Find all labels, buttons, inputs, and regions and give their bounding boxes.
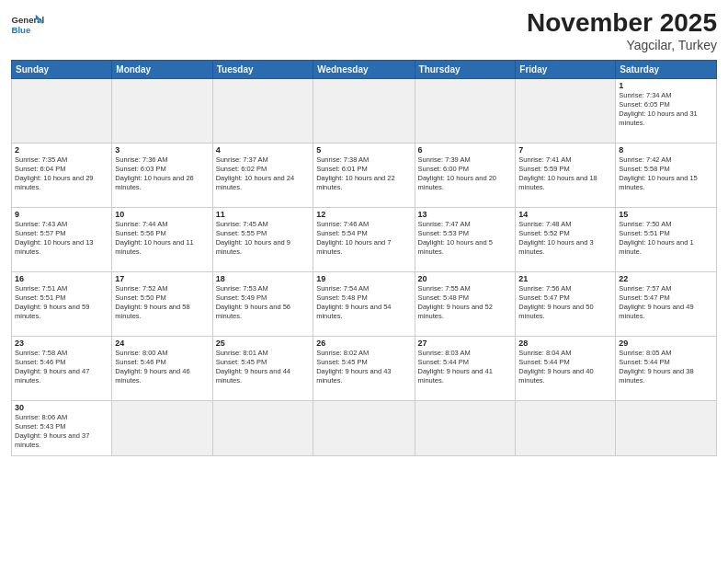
col-sunday: Sunday	[12, 60, 112, 78]
day-30: 30 Sunrise: 8:06 AMSunset: 5:43 PMDaylig…	[12, 400, 112, 455]
week-row-5: 23 Sunrise: 7:58 AMSunset: 5:46 PMDaylig…	[12, 336, 717, 400]
day-8: 8 Sunrise: 7:42 AMSunset: 5:58 PMDayligh…	[616, 143, 717, 207]
empty-cell	[516, 400, 616, 455]
empty-cell	[616, 400, 717, 455]
day-23: 23 Sunrise: 7:58 AMSunset: 5:46 PMDaylig…	[12, 336, 112, 400]
day-7: 7 Sunrise: 7:41 AMSunset: 5:59 PMDayligh…	[516, 143, 616, 207]
day-17: 17 Sunrise: 7:52 AMSunset: 5:50 PMDaylig…	[112, 271, 212, 336]
empty-cell	[12, 78, 112, 143]
day-14: 14 Sunrise: 7:48 AMSunset: 5:52 PMDaylig…	[516, 207, 616, 271]
day-6: 6 Sunrise: 7:39 AMSunset: 6:00 PMDayligh…	[415, 143, 516, 207]
week-row-3: 9 Sunrise: 7:43 AMSunset: 5:57 PMDayligh…	[12, 207, 717, 271]
empty-cell	[212, 78, 313, 143]
day-21: 21 Sunrise: 7:56 AMSunset: 5:47 PMDaylig…	[516, 271, 616, 336]
col-saturday: Saturday	[616, 60, 717, 78]
page-title: November 2025	[527, 9, 717, 38]
col-tuesday: Tuesday	[212, 60, 313, 78]
day-4: 4 Sunrise: 7:37 AMSunset: 6:02 PMDayligh…	[212, 143, 313, 207]
week-row-1: 1 Sunrise: 7:34 AM Sunset: 6:05 PM Dayli…	[12, 78, 717, 143]
empty-cell	[313, 400, 415, 455]
col-thursday: Thursday	[415, 60, 516, 78]
empty-cell	[112, 78, 212, 143]
day-15: 15 Sunrise: 7:50 AMSunset: 5:51 PMDaylig…	[616, 207, 717, 271]
day-1: 1 Sunrise: 7:34 AM Sunset: 6:05 PM Dayli…	[616, 78, 717, 143]
day-22: 22 Sunrise: 7:57 AMSunset: 5:47 PMDaylig…	[616, 271, 717, 336]
day-16: 16 Sunrise: 7:51 AMSunset: 5:51 PMDaylig…	[12, 271, 112, 336]
day-13: 13 Sunrise: 7:47 AMSunset: 5:53 PMDaylig…	[415, 207, 516, 271]
col-friday: Friday	[516, 60, 616, 78]
day-18: 18 Sunrise: 7:53 AMSunset: 5:49 PMDaylig…	[212, 271, 313, 336]
empty-cell	[212, 400, 313, 455]
day-10: 10 Sunrise: 7:44 AMSunset: 5:56 PMDaylig…	[112, 207, 212, 271]
title-block: November 2025 Yagcilar, Turkey	[527, 9, 717, 52]
day-26: 26 Sunrise: 8:02 AMSunset: 5:45 PMDaylig…	[313, 336, 415, 400]
col-wednesday: Wednesday	[313, 60, 415, 78]
day-5: 5 Sunrise: 7:38 AMSunset: 6:01 PMDayligh…	[313, 143, 415, 207]
day-19: 19 Sunrise: 7:54 AMSunset: 5:48 PMDaylig…	[313, 271, 415, 336]
day-2: 2 Sunrise: 7:35 AMSunset: 6:04 PMDayligh…	[12, 143, 112, 207]
day-9: 9 Sunrise: 7:43 AMSunset: 5:57 PMDayligh…	[12, 207, 112, 271]
col-monday: Monday	[112, 60, 212, 78]
day-24: 24 Sunrise: 8:00 AMSunset: 5:46 PMDaylig…	[112, 336, 212, 400]
day-25: 25 Sunrise: 8:01 AMSunset: 5:45 PMDaylig…	[212, 336, 313, 400]
svg-text:Blue: Blue	[12, 25, 31, 35]
logo-icon: General Blue	[11, 13, 44, 39]
week-row-2: 2 Sunrise: 7:35 AMSunset: 6:04 PMDayligh…	[12, 143, 717, 207]
empty-cell	[516, 78, 616, 143]
day-20: 20 Sunrise: 7:55 AMSunset: 5:48 PMDaylig…	[415, 271, 516, 336]
empty-cell	[112, 400, 212, 455]
day-11: 11 Sunrise: 7:45 AMSunset: 5:55 PMDaylig…	[212, 207, 313, 271]
calendar: Sunday Monday Tuesday Wednesday Thursday…	[11, 60, 717, 456]
day-3: 3 Sunrise: 7:36 AMSunset: 6:03 PMDayligh…	[112, 143, 212, 207]
day-27: 27 Sunrise: 8:03 AMSunset: 5:44 PMDaylig…	[415, 336, 516, 400]
day-28: 28 Sunrise: 8:04 AMSunset: 5:44 PMDaylig…	[516, 336, 616, 400]
logo: General Blue	[11, 13, 44, 39]
day-12: 12 Sunrise: 7:46 AMSunset: 5:54 PMDaylig…	[313, 207, 415, 271]
day-29: 29 Sunrise: 8:05 AMSunset: 5:44 PMDaylig…	[616, 336, 717, 400]
empty-cell	[415, 400, 516, 455]
empty-cell	[415, 78, 516, 143]
page-subtitle: Yagcilar, Turkey	[527, 38, 717, 52]
empty-cell	[313, 78, 415, 143]
header: General Blue November 2025 Yagcilar, Tur…	[11, 9, 717, 52]
week-row-6: 30 Sunrise: 8:06 AMSunset: 5:43 PMDaylig…	[12, 400, 717, 455]
week-row-4: 16 Sunrise: 7:51 AMSunset: 5:51 PMDaylig…	[12, 271, 717, 336]
